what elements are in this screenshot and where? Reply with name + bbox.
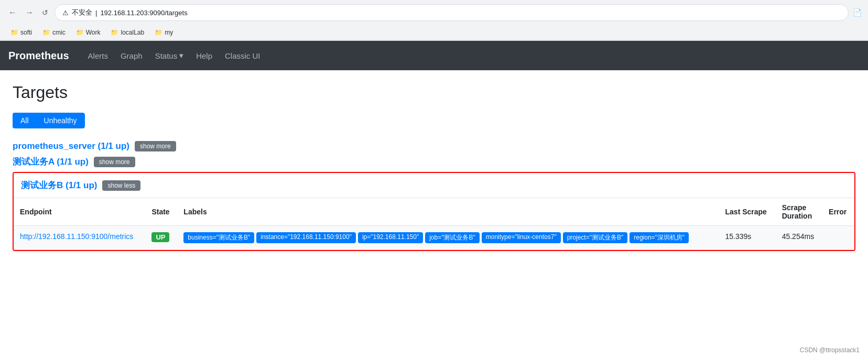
nav-link-status[interactable]: Status ▾ [149, 42, 190, 69]
show-more-button-prometheus-server[interactable]: show more [135, 141, 176, 151]
bookmark-icon: 📁 [42, 29, 50, 36]
target-group-title-test-service-a[interactable]: 测试业务A (1/1 up) [13, 156, 89, 168]
nav-bar: Prometheus Alerts Graph Status ▾ Help Cl… [0, 41, 868, 70]
target-group-title-test-service-b[interactable]: 测试业务B (1/1 up) [21, 179, 97, 191]
labels-container: business="测试业务B"instance="192.168.11.150… [183, 232, 712, 243]
target-group-test-service-a: 测试业务A (1/1 up) show more [13, 156, 855, 168]
nav-link-status-label: Status [155, 51, 178, 60]
target-group-prometheus-server: prometheus_server (1/1 up) show more [13, 141, 855, 151]
label-tag[interactable]: project="测试业务B" [563, 232, 628, 243]
label-tag[interactable]: ip="192.168.11.150" [358, 232, 423, 243]
bookmark-softi[interactable]: 📁softi [6, 27, 36, 38]
bookmarks-bar: 📁softi📁cmic📁Work📁localLab📁my [0, 25, 868, 40]
cell-scrape-duration: 45.254ms [776, 226, 822, 250]
bookmark-label: softi [20, 29, 32, 36]
nav-link-alerts[interactable]: Alerts [82, 43, 114, 69]
state-badge: UP [151, 232, 169, 242]
target-table: Endpoint State Labels Last Scrape Scrape… [14, 198, 854, 250]
browser-chrome: ← → ↺ ⚠ 不安全 | 192.168.11.203:9090/target… [0, 0, 868, 41]
bookmark-label: localLab [121, 29, 144, 36]
main-content: Targets All Unhealthy prometheus_server … [0, 70, 868, 278]
forward-button[interactable]: → [23, 6, 36, 19]
bookmark-my[interactable]: 📁my [150, 27, 177, 38]
table-header-row: Endpoint State Labels Last Scrape Scrape… [14, 198, 854, 226]
nav-link-help[interactable]: Help [190, 43, 219, 69]
label-tag[interactable]: region="深圳机房" [630, 232, 689, 243]
bookmark-icon: 📁 [111, 29, 118, 36]
url-separator: | [95, 9, 97, 17]
bookmark-locallab[interactable]: 📁localLab [106, 27, 148, 38]
extension-icon: 📄 [853, 8, 862, 17]
bookmark-work[interactable]: 📁Work [72, 27, 105, 38]
expanded-section-test-service-b: 测试业务B (1/1 up) show less Endpoint State … [13, 172, 855, 251]
bookmark-icon: 📁 [10, 29, 18, 36]
browser-toolbar: ← → ↺ ⚠ 不安全 | 192.168.11.203:9090/target… [0, 0, 868, 25]
nav-link-classicui[interactable]: Classic UI [219, 43, 267, 69]
col-last-scrape: Last Scrape [719, 198, 776, 226]
back-button[interactable]: ← [6, 6, 19, 19]
security-warning-icon: ⚠ [62, 9, 69, 17]
dropdown-arrow-icon: ▾ [179, 51, 183, 60]
last-scrape-value: 15.339s [725, 232, 752, 241]
filter-unhealthy-button[interactable]: Unhealthy [36, 113, 85, 128]
table-row: http://192.168.11.150:9100/metrics UP bu… [14, 226, 854, 250]
col-state: State [145, 198, 177, 226]
bookmark-icon: 📁 [155, 29, 162, 36]
col-endpoint: Endpoint [14, 198, 145, 226]
nav-brand[interactable]: Prometheus [8, 50, 69, 62]
col-scrape-duration: ScrapeDuration [776, 198, 822, 226]
target-group-header-test-service-b: 测试业务B (1/1 up) show less [14, 173, 854, 191]
col-labels: Labels [177, 198, 719, 226]
url-text: 192.168.11.203:9090/targets [100, 9, 187, 17]
nav-link-graph[interactable]: Graph [114, 43, 149, 69]
reload-button[interactable]: ↺ [40, 6, 50, 19]
cell-endpoint: http://192.168.11.150:9100/metrics [14, 226, 145, 250]
filter-all-button[interactable]: All [13, 113, 36, 128]
label-tag[interactable]: instance="192.168.11.150:9100" [256, 232, 356, 243]
target-group-header-test-service-a: 测试业务A (1/1 up) show more [13, 156, 855, 168]
show-less-button-test-service-b[interactable]: show less [102, 180, 140, 191]
scrape-duration-value: 45.254ms [782, 232, 814, 241]
target-group-title-prometheus-server[interactable]: prometheus_server (1/1 up) [13, 141, 129, 151]
filter-group: All Unhealthy [13, 113, 855, 128]
cell-state: UP [145, 226, 177, 250]
url-bar[interactable]: ⚠ 不安全 | 192.168.11.203:9090/targets [55, 4, 849, 21]
label-tag[interactable]: monitype="linux-centos7" [482, 232, 561, 243]
cell-labels: business="测试业务B"instance="192.168.11.150… [177, 226, 719, 250]
col-error: Error [822, 198, 854, 226]
bookmark-label: my [165, 29, 173, 36]
show-more-button-test-service-a[interactable]: show more [94, 157, 135, 167]
bookmark-cmic[interactable]: 📁cmic [38, 27, 70, 38]
target-group-header-prometheus-server: prometheus_server (1/1 up) show more [13, 141, 855, 151]
security-text: 不安全 [72, 8, 92, 17]
cell-error [822, 226, 854, 250]
cell-last-scrape: 15.339s [719, 226, 776, 250]
bookmark-label: cmic [52, 29, 66, 36]
label-tag[interactable]: business="测试业务B" [183, 232, 254, 243]
bookmark-label: Work [86, 29, 101, 36]
page-title: Targets [13, 83, 855, 102]
bookmark-icon: 📁 [76, 29, 84, 36]
label-tag[interactable]: job="测试业务B" [425, 232, 480, 243]
endpoint-link[interactable]: http://192.168.11.150:9100/metrics [20, 232, 133, 241]
